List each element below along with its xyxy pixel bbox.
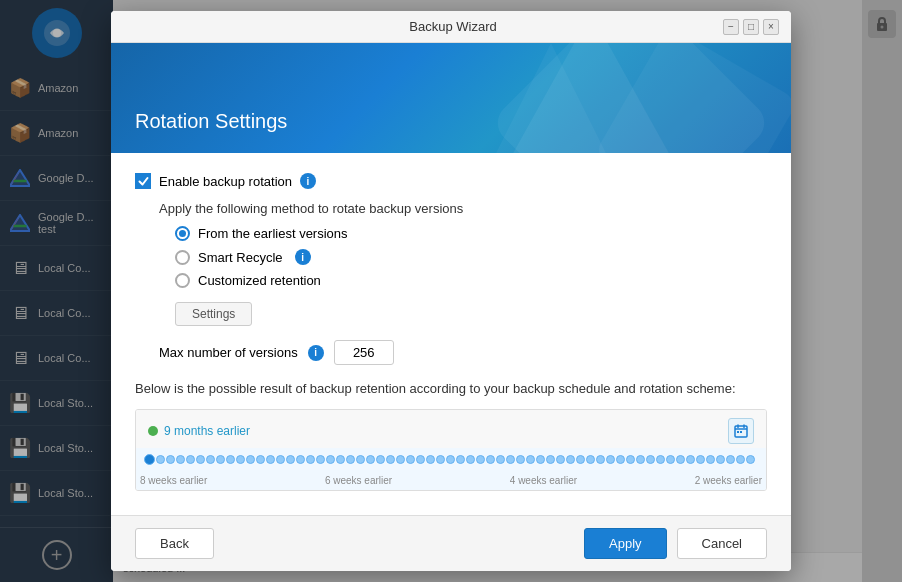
timeline-dot xyxy=(576,455,585,464)
timeline-dot xyxy=(416,455,425,464)
settings-button[interactable]: Settings xyxy=(175,302,252,326)
enable-rotation-info-icon[interactable]: i xyxy=(300,173,316,189)
back-button[interactable]: Back xyxy=(135,528,214,559)
timeline-dot xyxy=(666,455,675,464)
modal-title: Backup Wizard xyxy=(183,19,723,34)
modal-overlay: Backup Wizard − □ × Rotation Settings xyxy=(0,0,902,582)
timeline-dot xyxy=(706,455,715,464)
rotation-method-options: From the earliest versions Smart Recycle… xyxy=(175,226,767,288)
radio-row-custom: Customized retention xyxy=(175,273,767,288)
timeline-dot xyxy=(486,455,495,464)
maximize-button[interactable]: □ xyxy=(743,19,759,35)
timeline-track xyxy=(136,448,766,473)
modal-footer: Back Apply Cancel xyxy=(111,515,791,571)
timeline-dot xyxy=(286,455,295,464)
timeline-dot xyxy=(516,455,525,464)
timeline-dot xyxy=(256,455,265,464)
timeline-dot xyxy=(566,455,575,464)
calendar-icon[interactable] xyxy=(728,418,754,444)
max-versions-row: Max number of versions i xyxy=(159,340,767,365)
method-description-label: Apply the following method to rotate bac… xyxy=(159,201,767,216)
radio-earliest[interactable] xyxy=(175,226,190,241)
radio-smart-recycle[interactable] xyxy=(175,250,190,265)
apply-button[interactable]: Apply xyxy=(584,528,667,559)
timeline-start-dot xyxy=(144,454,155,465)
timeline-container: 9 months earlier xyxy=(135,409,767,491)
timeline-dot xyxy=(536,455,545,464)
timeline-dot xyxy=(276,455,285,464)
radio-smart-label: Smart Recycle xyxy=(198,250,283,265)
radio-earliest-label: From the earliest versions xyxy=(198,226,348,241)
timeline-dot xyxy=(426,455,435,464)
timeline-dot xyxy=(186,455,195,464)
timeline-dot xyxy=(646,455,655,464)
timeline-dot xyxy=(296,455,305,464)
timeline-dot xyxy=(366,455,375,464)
timeline-header: 9 months earlier xyxy=(136,410,766,448)
window-controls: − □ × xyxy=(723,19,779,35)
close-button[interactable]: × xyxy=(763,19,779,35)
timeline-dot xyxy=(556,455,565,464)
timeline-dot xyxy=(226,455,235,464)
timeline-label-0: 8 weeks earlier xyxy=(140,475,207,486)
timeline-legend: 9 months earlier xyxy=(148,424,250,438)
timeline-dot xyxy=(306,455,315,464)
timeline-dot xyxy=(216,455,225,464)
timeline-dot xyxy=(326,455,335,464)
timeline-label-1: 6 weeks earlier xyxy=(325,475,392,486)
timeline-dots xyxy=(144,454,758,465)
max-versions-label: Max number of versions xyxy=(159,345,298,360)
timeline-dot xyxy=(716,455,725,464)
timeline-labels: 8 weeks earlier 6 weeks earlier 4 weeks … xyxy=(136,473,766,490)
timeline-dot xyxy=(746,455,755,464)
timeline-dot xyxy=(596,455,605,464)
timeline-dot xyxy=(456,455,465,464)
timeline-dot xyxy=(336,455,345,464)
radio-row-earliest: From the earliest versions xyxy=(175,226,767,241)
backup-wizard-modal: Backup Wizard − □ × Rotation Settings xyxy=(111,11,791,571)
radio-customized-label: Customized retention xyxy=(198,273,321,288)
timeline-dot xyxy=(196,455,205,464)
enable-backup-rotation-checkbox[interactable] xyxy=(135,173,151,189)
max-versions-input[interactable] xyxy=(334,340,394,365)
timeline-dot xyxy=(546,455,555,464)
timeline-dot xyxy=(156,455,165,464)
timeline-dot xyxy=(356,455,365,464)
smart-recycle-info-icon[interactable]: i xyxy=(295,249,311,265)
timeline-dot xyxy=(406,455,415,464)
radio-customized[interactable] xyxy=(175,273,190,288)
timeline-dot xyxy=(696,455,705,464)
timeline-dot xyxy=(526,455,535,464)
timeline-dot xyxy=(656,455,665,464)
timeline-label-3: 2 weeks earlier xyxy=(695,475,762,486)
timeline-dot xyxy=(396,455,405,464)
enable-backup-rotation-label: Enable backup rotation xyxy=(159,174,292,189)
timeline-dot xyxy=(346,455,355,464)
timeline-dot xyxy=(316,455,325,464)
result-description: Below is the possible result of backup r… xyxy=(135,379,767,399)
max-versions-info-icon[interactable]: i xyxy=(308,345,324,361)
legend-dot xyxy=(148,426,158,436)
modal-titlebar: Backup Wizard − □ × xyxy=(111,11,791,43)
timeline-dot xyxy=(476,455,485,464)
timeline-dot xyxy=(616,455,625,464)
timeline-dot xyxy=(736,455,745,464)
footer-right-buttons: Apply Cancel xyxy=(584,528,767,559)
cancel-button[interactable]: Cancel xyxy=(677,528,767,559)
timeline-dot xyxy=(176,455,185,464)
svg-rect-16 xyxy=(737,431,739,433)
timeline-dot xyxy=(466,455,475,464)
timeline-dot xyxy=(166,455,175,464)
radio-row-smart: Smart Recycle i xyxy=(175,249,767,265)
timeline-dot xyxy=(386,455,395,464)
minimize-button[interactable]: − xyxy=(723,19,739,35)
timeline-dot xyxy=(446,455,455,464)
timeline-dot xyxy=(376,455,385,464)
timeline-dot xyxy=(506,455,515,464)
modal-header-banner: Rotation Settings xyxy=(111,43,791,153)
timeline-dot xyxy=(726,455,735,464)
svg-rect-17 xyxy=(740,431,742,433)
timeline-dot xyxy=(636,455,645,464)
timeline-dot xyxy=(206,455,215,464)
timeline-dot xyxy=(686,455,695,464)
